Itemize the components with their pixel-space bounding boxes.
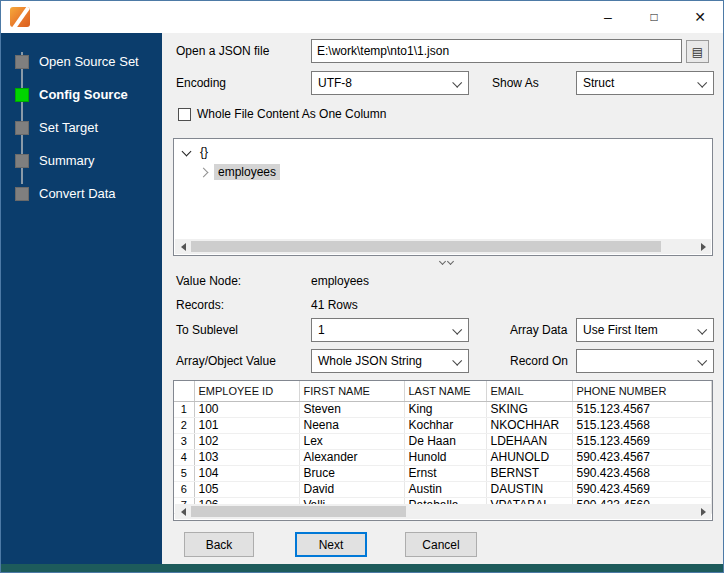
table-row[interactable]: 3102LexDe HaanLDEHAAN515.123.4569 — [174, 433, 712, 449]
browse-file-button[interactable]: ▤ — [686, 40, 709, 63]
table-cell: 515.123.4568 — [572, 417, 712, 433]
column-header[interactable]: EMPLOYEE ID — [194, 381, 299, 401]
tree-root-node[interactable]: {} — [174, 142, 712, 162]
records-label: Records: — [176, 293, 224, 317]
table-row[interactable]: 2101NeenaKochharNKOCHHAR515.123.4568 — [174, 417, 712, 433]
chevron-down-icon — [697, 325, 707, 335]
preview-table: EMPLOYEE IDFIRST NAMELAST NAMEEMAILPHONE… — [174, 381, 712, 514]
whole-file-checkbox-row: Whole File Content As One Column — [178, 107, 386, 121]
column-header[interactable]: EMAIL — [486, 381, 572, 401]
column-header[interactable]: FIRST NAME — [299, 381, 404, 401]
chevron-down-icon — [697, 356, 707, 366]
row-number-cell: 4 — [174, 449, 194, 465]
table-cell: King — [404, 401, 486, 417]
splitter-grip[interactable] — [434, 257, 458, 265]
row-number-cell: 3 — [174, 433, 194, 449]
step-label: Open Source Set — [39, 54, 139, 69]
column-header[interactable]: LAST NAME — [404, 381, 486, 401]
grid-header-row: EMPLOYEE IDFIRST NAMELAST NAMEEMAILPHONE… — [174, 381, 712, 401]
table-row[interactable]: 6105DavidAustinDAUSTIN590.423.4569 — [174, 481, 712, 497]
scroll-right-icon[interactable] — [695, 239, 711, 254]
minimize-button[interactable]: – — [585, 1, 631, 33]
grid-horizontal-scrollbar[interactable] — [175, 504, 711, 519]
app-logo-icon — [10, 7, 30, 27]
table-cell: Neena — [299, 417, 404, 433]
app-window: – □ ✕ Open Source SetConfig SourceSet Ta… — [0, 0, 724, 573]
table-cell: 100 — [194, 401, 299, 417]
file-path-input[interactable] — [311, 39, 682, 63]
chevron-down-icon — [438, 257, 445, 264]
chevron-down-icon — [452, 78, 462, 88]
table-cell: De Haan — [404, 433, 486, 449]
sidebar-step-summary[interactable]: Summary — [1, 144, 162, 177]
to-sublevel-value: 1 — [318, 323, 325, 337]
window-controls: – □ ✕ — [585, 1, 723, 33]
maximize-button[interactable]: □ — [631, 1, 677, 33]
preview-data-grid[interactable]: EMPLOYEE IDFIRST NAMELAST NAMEEMAILPHONE… — [173, 380, 713, 521]
cancel-button[interactable]: Cancel — [405, 532, 477, 557]
value-node-value: employees — [311, 269, 369, 293]
show-as-label: Show As — [492, 71, 539, 95]
tree-horizontal-scrollbar[interactable] — [175, 239, 711, 254]
table-row[interactable]: 4103AlexanderHunoldAHUNOLD590.423.4567 — [174, 449, 712, 465]
tree-child-node[interactable]: employees — [174, 162, 712, 182]
table-cell: 515.123.4569 — [572, 433, 712, 449]
sidebar-step-set-target[interactable]: Set Target — [1, 111, 162, 144]
row-number-cell: 5 — [174, 465, 194, 481]
tree-expanded-icon[interactable] — [182, 148, 190, 156]
encoding-select[interactable]: UTF-8 — [311, 71, 469, 95]
column-header[interactable]: PHONE NUMBER — [572, 381, 712, 401]
encoding-label: Encoding — [176, 71, 226, 95]
table-cell: NKOCHHAR — [486, 417, 572, 433]
table-row[interactable]: 5104BruceErnstBERNST590.423.4568 — [174, 465, 712, 481]
sidebar-step-convert-data[interactable]: Convert Data — [1, 177, 162, 210]
step-label: Set Target — [39, 120, 98, 135]
table-cell: 590.423.4569 — [572, 481, 712, 497]
main-panel: Open a JSON file ▤ Encoding UTF-8 Show A… — [162, 33, 724, 565]
grid-corner-cell — [174, 381, 194, 401]
array-object-value-select[interactable]: Whole JSON String — [311, 349, 469, 373]
title-bar: – □ ✕ — [1, 1, 723, 33]
table-cell: Alexander — [299, 449, 404, 465]
table-row[interactable]: 1100StevenKingSKING515.123.4567 — [174, 401, 712, 417]
chevron-down-icon — [697, 78, 707, 88]
table-cell: 105 — [194, 481, 299, 497]
table-cell: Ernst — [404, 465, 486, 481]
table-cell: Lex — [299, 433, 404, 449]
table-cell: Steven — [299, 401, 404, 417]
scrollbar-thumb[interactable] — [191, 241, 661, 252]
array-data-label: Array Data — [510, 318, 567, 342]
tree-collapsed-icon[interactable] — [200, 168, 208, 176]
next-button[interactable]: Next — [295, 532, 367, 557]
chevron-down-icon — [452, 325, 462, 335]
step-label: Config Source — [39, 87, 128, 102]
table-cell: 103 — [194, 449, 299, 465]
array-object-value-value: Whole JSON String — [318, 354, 422, 368]
to-sublevel-select[interactable]: 1 — [311, 318, 469, 342]
table-cell: 102 — [194, 433, 299, 449]
scroll-left-icon[interactable] — [175, 239, 191, 254]
records-value: 41 Rows — [311, 293, 358, 317]
array-data-value: Use First Item — [583, 323, 658, 337]
scrollbar-thumb[interactable] — [191, 506, 406, 517]
array-data-select[interactable]: Use First Item — [576, 318, 714, 342]
back-button[interactable]: Back — [184, 532, 254, 557]
table-cell: 101 — [194, 417, 299, 433]
tree-root-label: {} — [196, 144, 212, 160]
record-on-label: Record On — [510, 349, 568, 373]
table-cell: Austin — [404, 481, 486, 497]
scroll-left-icon[interactable] — [175, 504, 191, 519]
json-structure-tree[interactable]: {} employees — [173, 138, 713, 256]
array-object-value-label: Array/Object Value — [176, 349, 276, 373]
sidebar-step-config-source[interactable]: Config Source — [1, 78, 162, 111]
whole-file-checkbox[interactable] — [178, 108, 191, 121]
sidebar-step-open-source-set[interactable]: Open Source Set — [1, 45, 162, 78]
table-cell: 515.123.4567 — [572, 401, 712, 417]
close-button[interactable]: ✕ — [677, 1, 723, 33]
show-as-select[interactable]: Struct — [576, 71, 714, 95]
step-marker-icon — [15, 187, 29, 201]
scroll-right-icon[interactable] — [695, 504, 711, 519]
record-on-select[interactable] — [576, 349, 714, 373]
table-cell: AHUNOLD — [486, 449, 572, 465]
table-cell: David — [299, 481, 404, 497]
